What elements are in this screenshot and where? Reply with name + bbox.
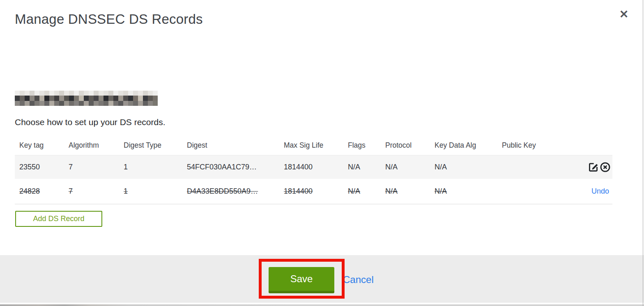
add-ds-record-button[interactable]: Add DS Record <box>15 211 102 227</box>
background-page-remnant <box>0 304 644 306</box>
close-icon[interactable]: ✕ <box>617 7 631 21</box>
column-header-protocol: Protocol <box>385 141 435 150</box>
cell-flags: N/A <box>348 163 360 171</box>
column-header-key-tag: Key tag <box>19 141 69 150</box>
cell-key-tag: 24828 <box>19 187 40 195</box>
cell-algorithm: 7 <box>69 187 73 195</box>
edit-record-icon[interactable] <box>587 162 599 173</box>
cell-digest-type: 1 <box>124 163 128 171</box>
column-header-digest: Digest <box>187 141 284 150</box>
cancel-link[interactable]: Cancel <box>343 274 374 285</box>
cell-key-data-alg: N/A <box>435 163 447 171</box>
modal-right-edge <box>643 0 643 306</box>
column-header-digest-type: Digest Type <box>124 141 187 150</box>
save-button[interactable]: Save <box>269 267 334 293</box>
column-header-public-key: Public Key <box>502 141 575 150</box>
cell-max-sig-life: 1814400 <box>284 187 313 195</box>
cell-digest-type: 1 <box>124 187 128 195</box>
ds-records-table: Key tag Algorithm Digest Type Digest Max… <box>15 135 612 204</box>
table-row-deleted: 24828 7 1 D4A33E8DD550A9… 1814400 N/A N/… <box>15 179 612 204</box>
cell-key-data-alg: N/A <box>435 187 447 195</box>
cell-algorithm: 7 <box>69 163 73 171</box>
dnssec-dialog: Manage DNSSEC DS Records ✕ Choose how to… <box>0 0 644 306</box>
cell-key-tag: 23550 <box>19 163 40 171</box>
redacted-domain-name <box>15 91 158 106</box>
undo-link[interactable]: Undo <box>575 187 612 196</box>
cell-digest: 54FCF030AA1C79… <box>187 163 257 171</box>
page-title: Manage DNSSEC DS Records <box>15 11 203 27</box>
column-header-algorithm: Algorithm <box>69 141 124 150</box>
intro-text: Choose how to set up your DS records. <box>15 117 166 127</box>
cell-max-sig-life: 1814400 <box>284 163 313 171</box>
table-row: 23550 7 1 54FCF030AA1C79… 1814400 N/A N/… <box>15 155 612 179</box>
column-header-key-data-alg: Key Data Alg <box>435 141 502 150</box>
table-header-row: Key tag Algorithm Digest Type Digest Max… <box>15 135 612 155</box>
column-header-max-sig-life: Max Sig Life <box>284 141 348 150</box>
cell-digest: D4A33E8DD550A9… <box>187 187 258 195</box>
dialog-footer: Save Cancel <box>0 255 644 303</box>
cell-protocol: N/A <box>385 163 398 171</box>
cell-protocol: N/A <box>385 187 398 195</box>
delete-record-icon[interactable] <box>599 162 611 173</box>
column-header-flags: Flags <box>348 141 385 150</box>
cell-flags: N/A <box>348 187 360 195</box>
